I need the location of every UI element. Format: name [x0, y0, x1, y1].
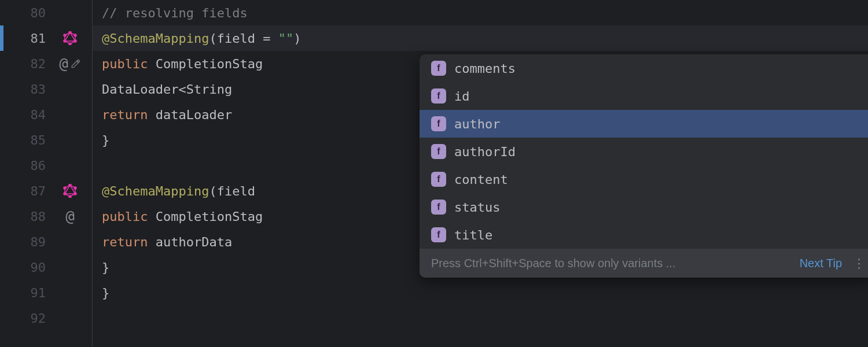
pencil-icon[interactable]	[71, 58, 81, 69]
svg-point-15	[64, 187, 66, 189]
completion-item-status[interactable]: f status	[420, 193, 868, 221]
footer-hint: Press Ctrl+Shift+Space to show only vari…	[431, 257, 800, 270]
svg-point-11	[74, 187, 76, 189]
gutter-row: 87	[0, 178, 92, 204]
line-number: 85	[23, 133, 46, 147]
line-number: 89	[23, 235, 46, 249]
svg-point-5	[69, 43, 71, 45]
field-icon: f	[431, 116, 446, 131]
field-icon: f	[431, 227, 446, 242]
gutter-row: 86	[0, 153, 92, 178]
gutter-row: 83	[0, 76, 92, 102]
field-icon: f	[431, 88, 446, 104]
completion-label: content	[454, 172, 508, 187]
gutter-row: 84	[0, 102, 92, 127]
completion-label: author	[454, 117, 500, 131]
at-icon[interactable]: @	[65, 208, 75, 225]
completion-label: id	[454, 89, 470, 104]
code-line[interactable]: // resolving fields	[93, 0, 868, 25]
graphql-icon[interactable]	[63, 31, 77, 45]
gutter: 80 81 82 @	[0, 0, 93, 347]
gutter-row: 88 @	[0, 204, 92, 229]
line-number: 80	[23, 6, 46, 20]
gutter-row: 85	[0, 127, 92, 153]
svg-point-6	[64, 40, 66, 42]
code-line[interactable]: }	[93, 280, 868, 305]
at-icon[interactable]: @	[59, 55, 68, 72]
comment: // resolving fields	[102, 6, 248, 20]
gutter-icon-area	[53, 31, 87, 45]
completion-footer: Press Ctrl+Shift+Space to show only vari…	[420, 249, 868, 278]
completion-popup: f comments f id f author f authorId f co…	[420, 54, 868, 278]
svg-point-14	[64, 193, 66, 195]
gutter-icon-area: @	[53, 208, 87, 225]
completion-item-title[interactable]: f title	[420, 221, 868, 249]
svg-point-3	[74, 34, 76, 36]
code-line-active[interactable]: @SchemaMapping(field = "")	[93, 25, 868, 51]
line-number: 86	[23, 158, 46, 173]
gutter-row: 80	[0, 0, 92, 25]
gutter-row: 91	[0, 280, 92, 305]
line-number: 92	[23, 311, 46, 326]
line-number: 87	[23, 184, 46, 198]
code-area[interactable]: // resolving fields @SchemaMapping(field…	[93, 0, 868, 347]
field-icon: f	[431, 61, 446, 76]
completion-label: authorId	[454, 145, 516, 159]
completion-item-id[interactable]: f id	[420, 82, 868, 110]
field-icon: f	[431, 172, 446, 187]
annotation: @SchemaMapping	[102, 31, 209, 46]
completion-label: title	[454, 228, 492, 242]
completion-label: comments	[454, 61, 516, 76]
field-icon: f	[431, 144, 446, 159]
completion-item-content[interactable]: f content	[420, 165, 868, 193]
gutter-row: 89	[0, 229, 92, 254]
gutter-row: 90	[0, 254, 92, 280]
line-number: 90	[23, 260, 46, 275]
gutter-row: 82 @	[0, 51, 92, 76]
graphql-icon[interactable]	[63, 184, 77, 198]
line-number: 91	[23, 286, 46, 300]
gutter-icon-area: @	[53, 55, 87, 72]
code-editor: 80 81 82 @	[0, 0, 868, 347]
line-number: 81	[23, 31, 46, 46]
line-number: 88	[23, 209, 46, 224]
svg-point-2	[69, 31, 71, 34]
svg-point-12	[74, 193, 76, 195]
next-tip-link[interactable]: Next Tip	[800, 257, 842, 270]
kebab-menu-icon[interactable]: ⋯	[852, 257, 867, 269]
gutter-icon-area	[53, 184, 87, 198]
completion-item-author[interactable]: f author	[420, 110, 868, 138]
svg-point-4	[74, 40, 76, 42]
svg-point-7	[64, 34, 66, 36]
completion-label: status	[454, 200, 500, 215]
code-line[interactable]	[93, 305, 868, 331]
gutter-row: 92	[0, 305, 92, 331]
svg-point-13	[69, 195, 71, 198]
field-icon: f	[431, 200, 446, 215]
completion-item-authorid[interactable]: f authorId	[420, 138, 868, 165]
line-number: 84	[23, 108, 46, 122]
active-line-marker	[0, 25, 3, 51]
line-number: 83	[23, 82, 46, 97]
string-literal: ""	[278, 31, 294, 46]
gutter-row: 81	[0, 25, 92, 51]
line-number: 82	[23, 57, 46, 71]
completion-item-comments[interactable]: f comments	[420, 54, 868, 82]
svg-point-10	[69, 184, 71, 186]
